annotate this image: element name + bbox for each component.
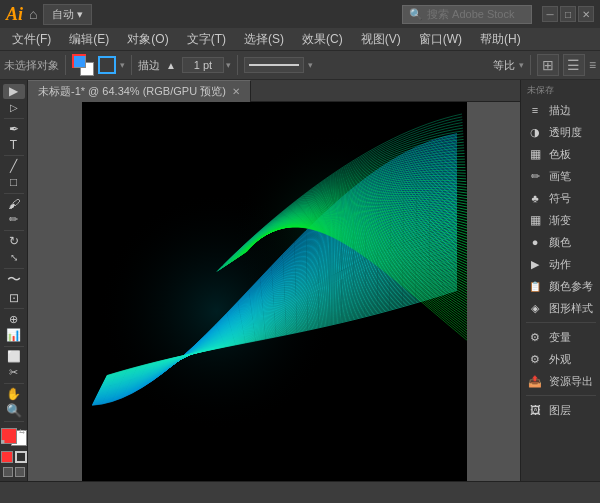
- menu-view[interactable]: 视图(V): [353, 29, 409, 50]
- panel-item-stroke[interactable]: ≡ 描边: [521, 99, 600, 121]
- canvas-area: 未标题-1* @ 64.34% (RGB/GPU 预览) ✕: [28, 80, 520, 481]
- panel-item-actions[interactable]: ▶ 动作: [521, 253, 600, 275]
- artwork-canvas[interactable]: [82, 102, 467, 481]
- fill-toggle[interactable]: [1, 451, 13, 463]
- restore-button[interactable]: □: [560, 6, 576, 22]
- panel-item-variables[interactable]: ⚙ 变量: [521, 326, 600, 348]
- panel-item-transparency[interactable]: ◑ 透明度: [521, 121, 600, 143]
- menu-help[interactable]: 帮助(H): [472, 29, 529, 50]
- document-tab[interactable]: 未标题-1* @ 64.34% (RGB/GPU 预览) ✕: [28, 80, 251, 102]
- status-bar: [0, 481, 600, 503]
- stroke-panel-label: 描边: [549, 103, 571, 118]
- dropdown-arrow[interactable]: ▾: [120, 60, 125, 70]
- pen-tool[interactable]: ✒: [3, 121, 25, 136]
- close-button[interactable]: ✕: [578, 6, 594, 22]
- paintbrush-tool[interactable]: 🖌: [3, 196, 25, 211]
- minimize-button[interactable]: ─: [542, 6, 558, 22]
- menu-bar: 文件(F) 编辑(E) 对象(O) 文字(T) 选择(S) 效果(C) 视图(V…: [0, 28, 600, 50]
- panel-item-symbols[interactable]: ♣ 符号: [521, 187, 600, 209]
- graphicstyles-panel-label: 图形样式: [549, 301, 593, 316]
- graph-tool[interactable]: 📊: [3, 328, 25, 343]
- gradient-panel-icon: ▦: [527, 212, 543, 228]
- hand-tool[interactable]: ✋: [3, 387, 25, 402]
- stroke-toggle[interactable]: [15, 451, 27, 463]
- align-arrow[interactable]: ▾: [519, 60, 524, 70]
- panel-item-colorguide[interactable]: 📋 颜色参考: [521, 275, 600, 297]
- symbol-sprayer-tool[interactable]: ⊕: [3, 312, 25, 327]
- panel-menu-icon[interactable]: ≡: [589, 58, 596, 72]
- color-panel-icon: ●: [527, 234, 543, 250]
- control-bar: 未选择对象 ▾ 描边 ▲ 1 pt ▾ ▾ 等比 ▾ ⊞ ☰ ≡: [0, 50, 600, 80]
- menu-edit[interactable]: 编辑(E): [61, 29, 117, 50]
- grid-button[interactable]: ⊞: [537, 54, 559, 76]
- normal-mode-btn[interactable]: [3, 467, 13, 477]
- stroke-color-button[interactable]: [72, 54, 94, 76]
- pencil-tool[interactable]: ✏: [3, 212, 25, 227]
- app-logo: Ai: [6, 4, 23, 25]
- search-input[interactable]: [427, 8, 517, 20]
- color-reset-icon[interactable]: ■: [1, 438, 9, 446]
- title-bar: Ai ⌂ 自动 ▾ 🔍 ─ □ ✕: [0, 0, 600, 28]
- menu-type[interactable]: 文字(T): [179, 29, 234, 50]
- search-box[interactable]: 🔍: [402, 5, 532, 24]
- menu-object[interactable]: 对象(O): [119, 29, 176, 50]
- screen-mode-btn[interactable]: [15, 467, 25, 477]
- fill-indicator[interactable]: [98, 56, 116, 74]
- layers-panel-label: 图层: [549, 403, 571, 418]
- scale-tool[interactable]: ⤡: [3, 250, 25, 265]
- panel-item-appearance[interactable]: ⚙ 外观: [521, 348, 600, 370]
- workspace-switcher[interactable]: 自动 ▾: [43, 4, 92, 25]
- tool-sep6: [4, 308, 24, 309]
- line-tool[interactable]: ╱: [3, 159, 25, 174]
- zoom-tool[interactable]: 🔍: [3, 403, 25, 418]
- stroke-panel-icon: ≡: [527, 102, 543, 118]
- assetexport-panel-icon: 📤: [527, 373, 543, 389]
- direct-selection-tool[interactable]: ▷: [3, 100, 25, 115]
- stroke-weight-field[interactable]: 1 pt ▾: [182, 57, 231, 73]
- panel-item-assetexport[interactable]: 📤 资源导出: [521, 370, 600, 392]
- panel-item-brushes[interactable]: ✏ 画笔: [521, 165, 600, 187]
- stroke-style-picker[interactable]: [244, 57, 304, 73]
- panel-item-gradient[interactable]: ▦ 渐变: [521, 209, 600, 231]
- slice-tool[interactable]: ✂: [3, 365, 25, 380]
- color-swap-icon[interactable]: ⇆: [19, 428, 27, 436]
- wave-artwork: [82, 102, 467, 481]
- panel-button[interactable]: ☰: [563, 54, 585, 76]
- type-tool[interactable]: T: [3, 137, 25, 152]
- tab-close-button[interactable]: ✕: [232, 86, 240, 97]
- menu-file[interactable]: 文件(F): [4, 29, 59, 50]
- warp-tool[interactable]: 〜: [3, 271, 25, 289]
- free-transform-tool[interactable]: ⊡: [3, 290, 25, 305]
- stroke-width-input[interactable]: 1 pt: [182, 57, 224, 73]
- stroke-style-arrow[interactable]: ▾: [308, 60, 313, 70]
- workspace-label: 自动: [52, 7, 74, 22]
- panel-item-layers[interactable]: 🖼 图层: [521, 399, 600, 421]
- stroke-up-arrow[interactable]: ▲: [166, 60, 176, 71]
- canvas-container[interactable]: [28, 102, 520, 481]
- transparency-panel-icon: ◑: [527, 124, 543, 140]
- home-icon[interactable]: ⌂: [29, 6, 37, 22]
- menu-window[interactable]: 窗口(W): [411, 29, 470, 50]
- tool-sep2: [4, 155, 24, 156]
- panel-item-graphicstyles[interactable]: ◈ 图形样式: [521, 297, 600, 319]
- menu-select[interactable]: 选择(S): [236, 29, 292, 50]
- rotate-tool[interactable]: ↻: [3, 234, 25, 249]
- panel-item-swatches[interactable]: ▦ 色板: [521, 143, 600, 165]
- color-panel-label: 颜色: [549, 235, 571, 250]
- toolbar-sep4: [530, 55, 531, 75]
- variables-panel-icon: ⚙: [527, 329, 543, 345]
- actions-panel-icon: ▶: [527, 256, 543, 272]
- color-boxes[interactable]: ■ ⇆: [1, 428, 27, 446]
- menu-effect[interactable]: 效果(C): [294, 29, 351, 50]
- panel-item-color[interactable]: ● 颜色: [521, 231, 600, 253]
- tool-sep8: [4, 383, 24, 384]
- align-label: 等比: [493, 58, 515, 73]
- variables-panel-label: 变量: [549, 330, 571, 345]
- brushes-panel-label: 画笔: [549, 169, 571, 184]
- toolbar-sep2: [131, 55, 132, 75]
- tool-sep4: [4, 230, 24, 231]
- selection-tool[interactable]: ▶: [3, 84, 25, 99]
- rect-tool[interactable]: □: [3, 175, 25, 190]
- artboard-tool[interactable]: ⬜: [3, 349, 25, 364]
- stroke-unit-arrow[interactable]: ▾: [226, 60, 231, 70]
